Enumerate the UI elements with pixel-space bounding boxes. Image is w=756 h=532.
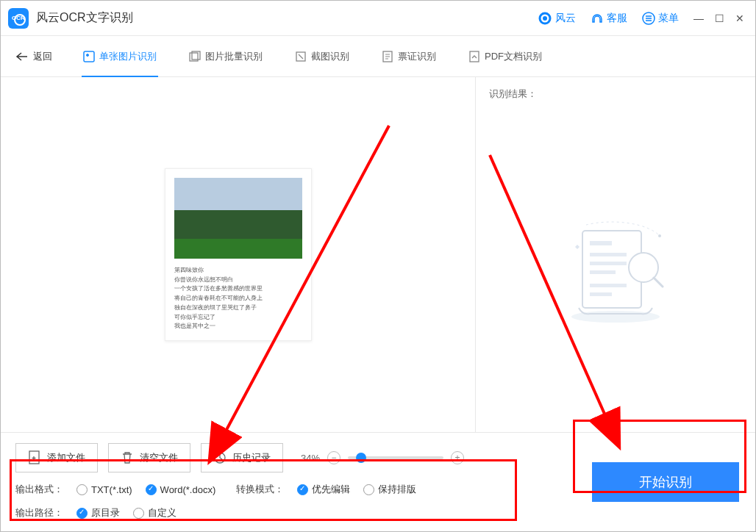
result-header: 识别结果：	[489, 87, 742, 101]
document-placeholder-icon	[557, 218, 674, 328]
output-path-label: 输出路径：	[15, 506, 63, 520]
arrow-left-icon	[15, 51, 29, 62]
svg-rect-14	[590, 262, 627, 265]
main-area: 第四味致你 你曾说你永远想不明白 一个女孩了活在多愁善感的世界里 将自己的青春耗…	[1, 77, 755, 432]
zoom-out-button[interactable]: −	[327, 451, 340, 464]
doc-line: 你曾说你永远想不明白	[174, 276, 302, 285]
radio-label: 优先编辑	[312, 483, 350, 496]
minimize-button[interactable]: —	[691, 10, 707, 26]
preview-viewport[interactable]: 第四味致你 你曾说你永远想不明白 一个女孩了活在多愁善感的世界里 将自己的青春耗…	[1, 77, 475, 432]
svg-point-20	[658, 234, 661, 237]
tab-pdf[interactable]: PDF文档识别	[467, 44, 543, 69]
brand-button[interactable]: 风云	[538, 11, 576, 26]
support-button[interactable]: 客服	[591, 12, 627, 25]
trash-icon	[121, 450, 134, 465]
doc-line: 一个女孩了活在多愁善感的世界里	[174, 284, 302, 294]
headset-icon	[591, 12, 604, 25]
radio-label: 自定义	[148, 506, 176, 520]
menu-button[interactable]: 菜单	[642, 12, 679, 25]
images-icon	[189, 51, 201, 62]
path-original-radio[interactable]: 原目录	[76, 506, 120, 520]
svg-point-4	[87, 54, 89, 56]
tab-label: 单张图片识别	[99, 50, 157, 63]
svg-rect-3	[84, 51, 94, 62]
svg-point-10	[571, 311, 660, 323]
history-button[interactable]: 历史记录	[201, 443, 283, 472]
crop-icon	[295, 51, 307, 62]
menu-label: 菜单	[658, 12, 679, 25]
bottom-panel: 添加文件 清空文件 历史记录 34% − + 输出格式： TXT(*.txt)	[1, 432, 755, 531]
clock-icon	[213, 451, 227, 464]
start-recognize-button[interactable]: 开始识别	[592, 462, 739, 502]
tab-bar: 返回 单张图片识别 图片批量识别 截图识别 票证识别 PDF文档识别	[1, 36, 755, 77]
app-logo: OCR	[8, 8, 29, 29]
doc-line: 将自己的青春耗在不可能的人身上	[174, 294, 302, 303]
tab-label: 票证识别	[398, 50, 436, 63]
btn-label: 添加文件	[47, 451, 85, 464]
document-text: 第四味致你 你曾说你永远想不明白 一个女孩了活在多愁善感的世界里 将自己的青春耗…	[174, 266, 302, 332]
preview-panel: 第四味致你 你曾说你永远想不明白 一个女孩了活在多愁善感的世界里 将自己的青春耗…	[1, 77, 476, 432]
document-preview: 第四味致你 你曾说你永远想不明白 一个女孩了活在多愁善感的世界里 将自己的青春耗…	[165, 168, 312, 342]
tab-screenshot[interactable]: 截图识别	[293, 44, 351, 69]
brand-label: 风云	[555, 12, 576, 25]
zoom-in-button[interactable]: +	[451, 451, 464, 464]
file-add-icon	[28, 450, 41, 465]
tab-single-image[interactable]: 单张图片识别	[82, 44, 158, 69]
tab-label: 图片批量识别	[205, 50, 263, 63]
tab-receipt[interactable]: 票证识别	[380, 44, 438, 69]
svg-rect-12	[590, 241, 612, 245]
svg-rect-9	[470, 51, 479, 62]
app-title: 风云OCR文字识别	[36, 10, 133, 26]
svg-line-19	[654, 278, 663, 287]
zoom-slider-thumb[interactable]	[356, 453, 366, 463]
titlebar: OCR 风云OCR文字识别 风云 客服 菜单 — ☐ ✕	[1, 1, 755, 36]
svg-rect-15	[590, 270, 616, 274]
svg-rect-17	[590, 292, 612, 296]
menu-icon	[642, 12, 655, 25]
tab-label: 截图识别	[311, 50, 349, 63]
image-icon	[83, 51, 95, 62]
doc-line: 独自在深夜的坝了里哭红了鼻子	[174, 303, 302, 313]
result-placeholder	[489, 123, 742, 422]
format-word-radio[interactable]: Word(*.docx)	[146, 484, 216, 495]
path-custom-radio[interactable]: 自定义	[133, 506, 176, 520]
zoom-control: 34% − +	[301, 451, 464, 464]
radio-label: Word(*.docx)	[160, 484, 216, 495]
btn-label: 历史记录	[232, 451, 271, 464]
format-txt-radio[interactable]: TXT(*.txt)	[76, 484, 132, 495]
close-button[interactable]: ✕	[732, 10, 748, 26]
tab-label: PDF文档识别	[485, 50, 542, 63]
btn-label: 清空文件	[140, 451, 178, 464]
result-panel: 识别结果：	[476, 77, 755, 432]
tab-batch-image[interactable]: 图片批量识别	[188, 44, 264, 69]
back-button[interactable]: 返回	[15, 50, 52, 63]
doc-line: 可你似乎忘记了	[174, 313, 302, 323]
convert-mode-label: 转换模式：	[236, 483, 284, 496]
clear-file-button[interactable]: 清空文件	[108, 443, 190, 472]
radio-label: 原目录	[91, 506, 120, 520]
radio-label: 保持排版	[378, 483, 416, 496]
back-label: 返回	[33, 50, 52, 63]
receipt-icon	[382, 51, 393, 62]
radio-label: TXT(*.txt)	[91, 484, 132, 495]
mode-edit-radio[interactable]: 优先编辑	[297, 483, 350, 496]
zoom-value: 34%	[301, 453, 320, 464]
mode-layout-radio[interactable]: 保持排版	[363, 483, 416, 496]
output-path-row: 输出路径： 原目录 自定义	[15, 506, 741, 520]
add-file-button[interactable]: 添加文件	[15, 443, 98, 472]
target-icon	[538, 11, 552, 26]
maximize-button[interactable]: ☐	[711, 10, 727, 26]
pdf-icon	[468, 51, 480, 62]
support-label: 客服	[607, 12, 627, 25]
document-image	[174, 178, 302, 259]
output-format-label: 输出格式：	[15, 483, 63, 496]
svg-point-1	[543, 16, 547, 21]
svg-rect-16	[590, 284, 627, 287]
svg-rect-13	[590, 253, 627, 256]
primary-label: 开始识别	[639, 473, 692, 491]
doc-line: 我也是其中之一	[174, 322, 302, 331]
doc-line: 第四味致你	[174, 266, 302, 276]
zoom-slider[interactable]	[348, 456, 443, 459]
